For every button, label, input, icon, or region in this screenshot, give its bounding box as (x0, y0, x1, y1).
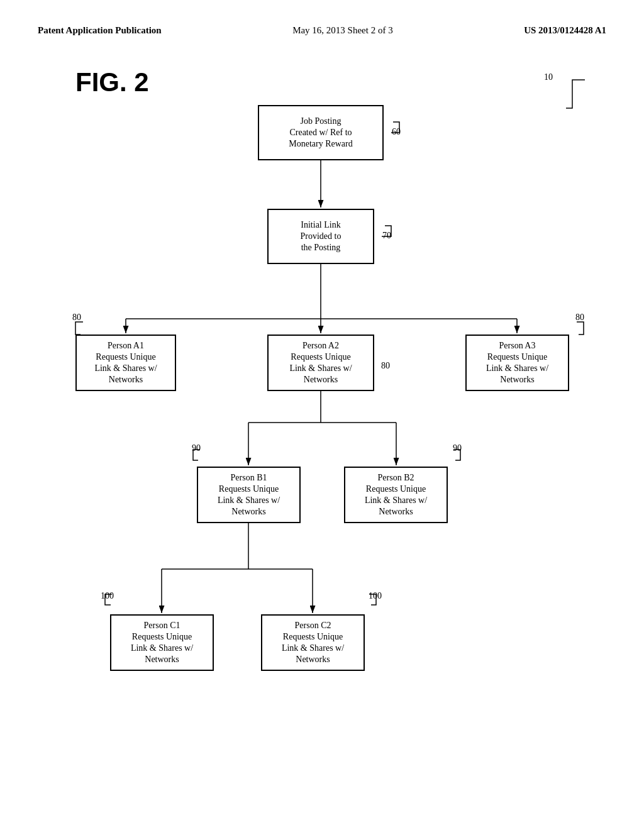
ref-10-label: 10 (544, 72, 553, 82)
ref-100-left: 100 (101, 591, 114, 601)
ref-80-left: 80 (72, 313, 81, 323)
box-70-label: Initial Link Provided to the Posting (301, 219, 341, 254)
ref-100-right: 100 (369, 591, 382, 601)
box-c2: Person C2 Requests Unique Link & Shares … (261, 614, 365, 671)
box-b1-label: Person B1 Requests Unique Link & Shares … (218, 472, 280, 518)
box-c1-label: Person C1 Requests Unique Link & Shares … (131, 620, 193, 666)
fig-label: FIG. 2 (75, 67, 149, 97)
box-a1-label: Person A1 Requests Unique Link & Shares … (94, 340, 157, 386)
header-left: Patent Application Publication (38, 25, 162, 36)
box-60-label: Job Posting Created w/ Ref to Monetary R… (289, 116, 352, 150)
ref-80-center: 80 (381, 361, 390, 371)
box-a1: Person A1 Requests Unique Link & Shares … (75, 335, 176, 391)
box-c2-label: Person C2 Requests Unique Link & Shares … (282, 620, 344, 666)
ref-70: 70 (382, 231, 391, 241)
header-right: US 2013/0124428 A1 (524, 25, 606, 36)
box-a2: Person A2 Requests Unique Link & Shares … (267, 335, 374, 391)
box-b2-label: Person B2 Requests Unique Link & Shares … (365, 472, 427, 518)
diagram-area: FIG. 2 10 Job Posting Created w/ Ref to … (38, 48, 606, 778)
ref-60: 60 (392, 127, 401, 137)
box-b1: Person B1 Requests Unique Link & Shares … (197, 467, 301, 523)
ref-90-left: 90 (192, 443, 201, 453)
box-70: Initial Link Provided to the Posting (267, 209, 374, 264)
box-a3: Person A3 Requests Unique Link & Shares … (465, 335, 569, 391)
header-center: May 16, 2013 Sheet 2 of 3 (292, 25, 393, 36)
box-a3-label: Person A3 Requests Unique Link & Shares … (486, 340, 548, 386)
box-60: Job Posting Created w/ Ref to Monetary R… (258, 105, 384, 160)
page: Patent Application Publication May 16, 2… (0, 0, 644, 830)
box-c1: Person C1 Requests Unique Link & Shares … (110, 614, 214, 671)
ref-90-right: 90 (453, 443, 462, 453)
header: Patent Application Publication May 16, 2… (38, 25, 606, 36)
ref-80-right: 80 (575, 313, 584, 323)
box-a2-label: Person A2 Requests Unique Link & Shares … (289, 340, 352, 386)
box-b2: Person B2 Requests Unique Link & Shares … (344, 467, 448, 523)
